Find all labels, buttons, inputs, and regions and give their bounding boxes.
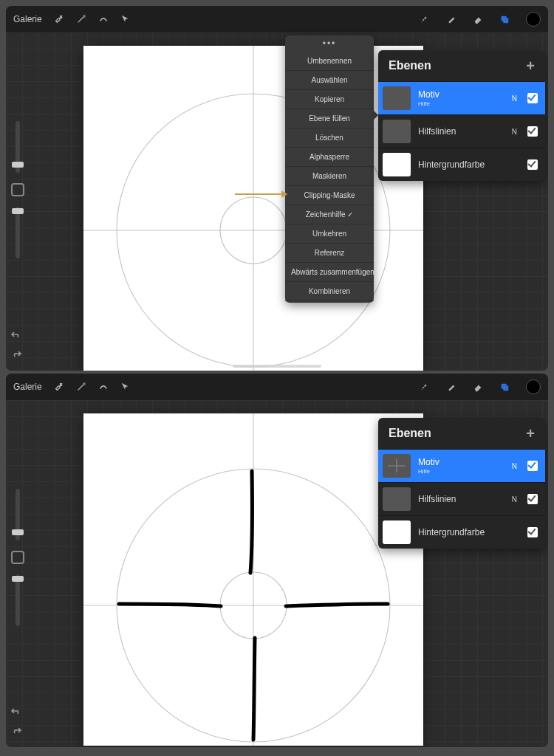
left-tools — [9, 121, 27, 258]
menu-item[interactable]: Kopieren — [285, 90, 374, 109]
menu-item[interactable]: Abwärts zusammenfügen — [285, 263, 374, 282]
redo-icon[interactable] — [10, 725, 22, 738]
layer-row[interactable]: Motiv Hilfe N — [378, 81, 545, 114]
layers-title: Ebenen — [389, 427, 431, 440]
home-indicator — [233, 365, 321, 368]
layer-name: Motiv — [418, 457, 440, 467]
brush-size-slider[interactable] — [16, 121, 20, 173]
menu-item[interactable]: Ebene füllen — [285, 109, 374, 128]
workspace: ••• Umbenennen Auswählen Kopieren Ebene … — [6, 32, 548, 371]
menu-item[interactable]: Referenz — [285, 244, 374, 263]
layer-row[interactable]: Hintergrundfarbe — [378, 148, 545, 181]
wrench-icon[interactable] — [54, 382, 64, 392]
undo-icon[interactable] — [10, 706, 22, 719]
visibility-checkbox[interactable] — [527, 126, 538, 137]
menu-item-drawing-assist[interactable]: Zeichenhilfe ✓ — [285, 205, 374, 224]
workspace: Ebenen + Motiv Hilfe N Hilfslinien N — [6, 400, 548, 747]
visibility-checkbox[interactable] — [527, 159, 538, 170]
modify-toggle[interactable] — [11, 183, 24, 196]
layers-icon[interactable] — [499, 382, 510, 392]
redo-icon[interactable] — [10, 348, 22, 362]
layers-panel: Ebenen + Motiv Hilfe N Hilfslinien N — [378, 418, 545, 549]
menu-item[interactable]: Umkehren — [285, 224, 374, 244]
color-swatch[interactable] — [526, 12, 541, 27]
blend-mode[interactable]: N — [512, 462, 517, 470]
menu-item[interactable]: Löschen — [285, 128, 374, 148]
layer-subtitle: Hilfe — [418, 468, 505, 475]
visibility-checkbox[interactable] — [527, 461, 538, 471]
smudge-icon[interactable] — [446, 14, 456, 24]
smudge-icon[interactable] — [446, 382, 456, 392]
selection-icon[interactable] — [98, 14, 109, 24]
layer-name: Hilfslinien — [418, 126, 456, 137]
blend-mode[interactable]: N — [512, 128, 517, 136]
eraser-icon[interactable] — [473, 382, 483, 392]
gallery-button[interactable]: Galerie — [13, 14, 42, 24]
layer-name: Hilfslinien — [418, 494, 456, 504]
menu-item[interactable]: Umbenennen — [285, 52, 374, 71]
layers-title: Ebenen — [389, 59, 431, 72]
layer-name: Hintergrundfarbe — [418, 159, 485, 170]
layer-row[interactable]: Hilfslinien N — [378, 482, 545, 515]
wrench-icon[interactable] — [54, 14, 64, 24]
layer-thumb — [383, 520, 411, 544]
layer-thumb — [383, 153, 411, 176]
color-swatch[interactable] — [526, 379, 541, 394]
brush-icon[interactable] — [420, 382, 430, 392]
layer-thumb — [383, 454, 411, 478]
visibility-checkbox[interactable] — [527, 93, 538, 103]
undo-icon[interactable] — [10, 329, 22, 343]
svg-rect-7 — [503, 385, 508, 391]
layer-subtitle: Hilfe — [418, 100, 505, 107]
menu-item[interactable]: Alphasperre — [285, 148, 374, 167]
modify-toggle[interactable] — [11, 551, 24, 564]
layer-name: Hintergrundfarbe — [418, 527, 485, 537]
screenshot-top: Galerie — [6, 6, 548, 371]
add-layer-button[interactable]: + — [526, 428, 535, 439]
selection-icon[interactable] — [98, 382, 109, 392]
layer-thumb — [383, 86, 411, 110]
layers-panel: Ebenen + Motiv Hilfe N Hilfslinien N — [378, 50, 545, 181]
layer-context-menu: ••• Umbenennen Auswählen Kopieren Ebene … — [285, 35, 374, 303]
menu-item[interactable]: Maskieren — [285, 167, 374, 186]
opacity-slider[interactable] — [16, 207, 20, 258]
layer-row[interactable]: Motiv Hilfe N — [378, 449, 545, 482]
visibility-checkbox[interactable] — [527, 527, 538, 537]
blend-mode[interactable]: N — [512, 94, 517, 103]
annotation-arrow-icon — [235, 193, 287, 195]
add-layer-button[interactable]: + — [526, 61, 535, 71]
menu-item[interactable]: Clipping-Maske — [285, 186, 374, 205]
svg-rect-1 — [503, 18, 508, 23]
canvas[interactable] — [83, 413, 423, 746]
brush-size-slider[interactable] — [16, 489, 20, 540]
arrow-icon[interactable] — [120, 382, 131, 392]
wand-icon[interactable] — [76, 14, 86, 24]
arrow-icon[interactable] — [120, 14, 131, 24]
opacity-slider[interactable] — [16, 574, 20, 626]
layer-row[interactable]: Hintergrundfarbe — [378, 515, 545, 549]
brush-icon[interactable] — [420, 14, 430, 24]
left-tools — [9, 489, 27, 626]
toolbar: Galerie — [6, 374, 548, 400]
eraser-icon[interactable] — [473, 14, 483, 24]
menu-item[interactable]: Kombinieren — [285, 282, 374, 301]
layer-thumb — [383, 120, 411, 143]
layer-name: Motiv — [418, 89, 440, 100]
layers-icon[interactable] — [499, 14, 510, 24]
blend-mode[interactable]: N — [512, 495, 517, 504]
gallery-button[interactable]: Galerie — [13, 382, 42, 392]
visibility-checkbox[interactable] — [527, 494, 538, 504]
menu-handle-icon: ••• — [285, 37, 374, 52]
screenshot-bottom: Galerie — [6, 374, 548, 747]
wand-icon[interactable] — [76, 382, 86, 392]
menu-item[interactable]: Auswählen — [285, 71, 374, 90]
layer-thumb — [383, 487, 411, 511]
layer-row[interactable]: Hilfslinien N — [378, 114, 545, 148]
toolbar: Galerie — [6, 6, 548, 32]
